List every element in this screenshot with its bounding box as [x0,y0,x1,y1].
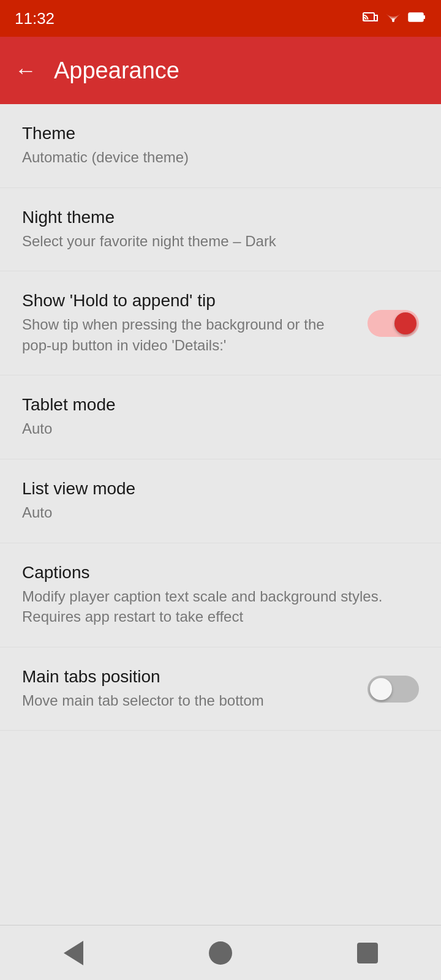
nav-bar [0,925,441,980]
status-icons [363,10,426,27]
setting-item-tablet-mode[interactable]: Tablet modeAuto [0,375,441,459]
setting-text-tablet-mode: Tablet modeAuto [22,395,419,439]
setting-subtitle-captions: Modify player caption text scale and bac… [22,586,407,627]
setting-title-list-view-mode: List view mode [22,479,407,499]
setting-subtitle-hold-to-append: Show tip when pressing the background or… [22,314,355,355]
settings-list: ThemeAutomatic (device theme)Night theme… [0,104,441,731]
setting-title-night-theme: Night theme [22,208,407,227]
back-button[interactable]: ← [15,59,37,81]
setting-item-night-theme[interactable]: Night themeSelect your favorite night th… [0,188,441,272]
setting-title-captions: Captions [22,563,407,582]
recents-nav-icon [357,943,378,963]
setting-subtitle-list-view-mode: Auto [22,502,407,523]
svg-rect-3 [409,13,423,21]
setting-subtitle-night-theme: Select your favorite night theme – Dark [22,231,407,252]
page-title: Appearance [54,58,179,84]
setting-title-theme: Theme [22,124,407,143]
setting-text-main-tabs-position: Main tabs positionMove main tab selector… [22,667,368,711]
setting-title-main-tabs-position: Main tabs position [22,667,355,687]
nav-recents-button[interactable] [343,929,392,978]
nav-back-button[interactable] [49,929,98,978]
setting-text-night-theme: Night themeSelect your favorite night th… [22,208,419,252]
svg-point-2 [392,20,394,22]
setting-title-hold-to-append: Show 'Hold to append' tip [22,291,355,311]
home-nav-icon [209,941,232,965]
nav-home-button[interactable] [196,929,245,978]
app-bar: ← Appearance [0,37,441,104]
cast-icon [363,10,379,27]
setting-item-hold-to-append[interactable]: Show 'Hold to append' tipShow tip when p… [0,271,441,375]
wifi-icon [385,10,402,27]
setting-text-captions: CaptionsModify player caption text scale… [22,563,419,627]
battery-icon [408,12,426,25]
setting-item-list-view-mode[interactable]: List view modeAuto [0,459,441,543]
setting-title-tablet-mode: Tablet mode [22,395,407,415]
toggle-knob-hold-to-append [394,312,417,334]
setting-text-theme: ThemeAutomatic (device theme) [22,124,419,168]
status-bar: 11:32 [0,0,441,37]
toggle-hold-to-append[interactable] [368,310,419,337]
toggle-container-hold-to-append [368,310,419,337]
setting-item-theme[interactable]: ThemeAutomatic (device theme) [0,104,441,188]
toggle-container-main-tabs-position [368,676,419,703]
toggle-main-tabs-position[interactable] [368,676,419,703]
back-nav-icon [64,941,83,965]
setting-item-main-tabs-position[interactable]: Main tabs positionMove main tab selector… [0,647,441,731]
setting-subtitle-main-tabs-position: Move main tab selector to the bottom [22,690,355,711]
setting-item-captions[interactable]: CaptionsModify player caption text scale… [0,543,441,647]
setting-text-hold-to-append: Show 'Hold to append' tipShow tip when p… [22,291,368,355]
svg-rect-4 [423,15,425,19]
toggle-knob-main-tabs-position [370,678,392,700]
setting-subtitle-theme: Automatic (device theme) [22,147,407,168]
setting-subtitle-tablet-mode: Auto [22,418,407,439]
status-time: 11:32 [15,9,55,28]
svg-rect-0 [363,13,374,21]
setting-text-list-view-mode: List view modeAuto [22,479,419,523]
